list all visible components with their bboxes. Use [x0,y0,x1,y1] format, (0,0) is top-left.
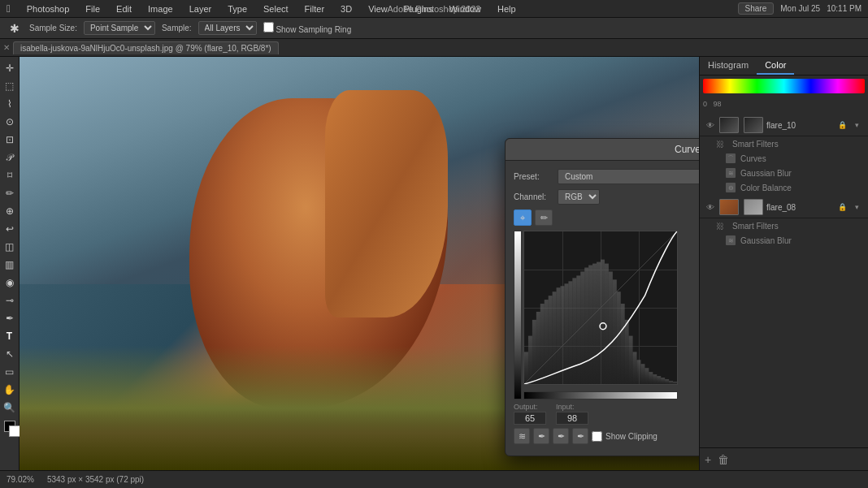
zoom-level: 79.02% [7,475,34,484]
tab-histogram[interactable]: Histogram [700,57,757,75]
menu-select[interactable]: Select [260,4,292,14]
eyedropper-tool[interactable]: 𝒫 [2,149,18,166]
color-balance-filter[interactable]: ⊖ Color Balance [700,180,868,195]
gaussian-blur-label-2: Gaussian Blur [740,236,792,245]
gaussian-blur-filter-2[interactable]: ≋ Gaussian Blur [700,233,868,248]
white-point-eyedropper[interactable]: ✒ [572,428,588,444]
delete-layer-btn[interactable]: 🗑 [718,453,729,466]
lasso-tool[interactable]: ⌇ [2,96,18,112]
gaussian-blur-filter-1[interactable]: ≋ Gaussian Blur [700,166,868,180]
sample-size-select[interactable]: Point Sample [84,21,155,35]
share-button[interactable]: Share [738,2,775,15]
smooth-curve-btn[interactable]: ≋ [514,428,530,444]
gray-point-eyedropper[interactable]: ✒ [553,428,569,444]
crop-tool[interactable]: ⊡ [2,132,18,148]
dodge-tool[interactable]: ⊸ [2,292,18,309]
svg-rect-3 [536,312,540,384]
menu-type[interactable]: Type [224,4,250,14]
preset-select[interactable]: Custom [558,169,699,184]
curves-graph-wrapper [514,231,699,399]
color-values: 0 98 [700,97,868,111]
menu-file[interactable]: File [82,4,103,14]
layer-thumb-flare-08 [719,199,739,215]
sample-select[interactable]: All Layers [198,21,257,35]
svg-rect-12 [572,278,576,384]
svg-rect-6 [549,296,553,384]
sample-label: Sample: [162,24,192,32]
tab-color[interactable]: Color [757,57,794,75]
add-layer-btn[interactable]: + [705,453,711,466]
svg-rect-0 [524,352,528,384]
healing-tool[interactable]: ⌑ [2,167,18,184]
layer-expand-flare-10[interactable]: ▾ [850,119,863,132]
color-strip[interactable] [703,79,865,93]
hand-tool[interactable]: ✋ [2,382,18,398]
menu-photoshop[interactable]: Photoshop [24,4,73,14]
output-value[interactable]: 65 [514,412,546,425]
blur-icon-1: ≋ [726,168,736,178]
channel-select[interactable]: RGB [558,189,600,205]
svg-rect-4 [540,304,545,384]
input-value[interactable]: 98 [556,412,588,425]
visibility-icon-flare-08[interactable]: 👁 [705,201,716,213]
layer-lock-flare-10[interactable]: 🔒 [835,119,848,132]
document-tab[interactable]: isabella-juskova-9aNlHjuOc0-unsplash.jpg… [13,41,279,54]
history-brush-tool[interactable]: ↩ [2,221,18,237]
path-select-tool[interactable]: ↖ [2,346,18,362]
curves-draw-tool[interactable]: ✏ [535,209,553,226]
type-tool[interactable]: T [2,328,18,344]
menu-layer[interactable]: Layer [186,4,215,14]
curves-icon: ⌒ [726,153,736,163]
layer-controls-flare-10: 🔒 ▾ [835,119,863,132]
background-color[interactable] [9,425,20,437]
menu-edit[interactable]: Edit [113,4,135,14]
clone-tool[interactable]: ⊕ [2,203,18,219]
eyedropper-row: ≋ ✒ ✒ ✒ Show Clipping [514,428,699,444]
curves-body: Preset: Custom ⚙ Channel: RGB [506,161,699,456]
layer-name-flare-08: flare_08 [766,203,832,212]
layer-expand-flare-08[interactable]: ▾ [850,201,863,214]
tab-close-icon[interactable]: ✕ [3,43,10,52]
output-group: Output: 65 [514,403,546,425]
show-clipping-checkbox[interactable] [592,431,602,442]
curves-filter[interactable]: ⌒ Curves [700,151,868,166]
quick-select-tool[interactable]: ⊙ [2,114,18,130]
svg-rect-29 [640,364,644,384]
visibility-icon-flare-10[interactable]: 👁 [705,119,716,131]
layer-flare-10[interactable]: 👁 flare_10 🔒 ▾ [700,114,868,136]
svg-rect-27 [633,352,637,384]
smart-filters-1[interactable]: ⛓ Smart Filters [700,136,868,151]
menu-filter[interactable]: Filter [302,4,328,14]
curves-point-tool[interactable]: ⌖ [514,209,532,226]
tool-icon[interactable]: ✱ [7,20,23,37]
menubar:  Photoshop File Edit Image Layer Type S… [0,0,868,18]
color-balance-label: Color Balance [740,184,792,192]
chain-icon: ⛓ [716,140,724,149]
pen-tool[interactable]: ✒ [2,310,18,326]
layer-mask-flare-10 [744,117,763,133]
input-label: Input: [556,403,588,411]
menu-image[interactable]: Image [145,4,176,14]
layer-lock-flare-08[interactable]: 🔒 [835,201,848,214]
svg-rect-15 [584,268,588,384]
foreground-color[interactable] [4,421,15,432]
rectangle-select-tool[interactable]: ⬚ [2,78,18,94]
zoom-tool[interactable]: 🔍 [2,399,18,416]
svg-rect-21 [609,271,613,384]
black-point-eyedropper[interactable]: ✒ [533,428,549,444]
apple-icon[interactable]:  [7,2,11,15]
gradient-tool[interactable]: ▥ [2,257,18,273]
smart-filters-2[interactable]: ⛓ Smart Filters [700,218,868,233]
brush-tool[interactable]: ✏ [2,185,18,201]
move-tool[interactable]: ✛ [2,60,18,76]
blur-tool[interactable]: ◉ [2,274,18,291]
menu-help[interactable]: Help [494,4,519,14]
curves-graph[interactable] [523,231,678,385]
shape-tool[interactable]: ▭ [2,364,18,380]
show-clipping-row: Show Clipping [592,431,658,442]
svg-rect-28 [637,360,641,384]
eraser-tool[interactable]: ◫ [2,239,18,255]
layer-flare-08[interactable]: 👁 flare_08 🔒 ▾ [700,196,868,218]
show-sampling-ring-checkbox[interactable] [263,22,274,32]
menu-3d[interactable]: 3D [337,4,355,14]
